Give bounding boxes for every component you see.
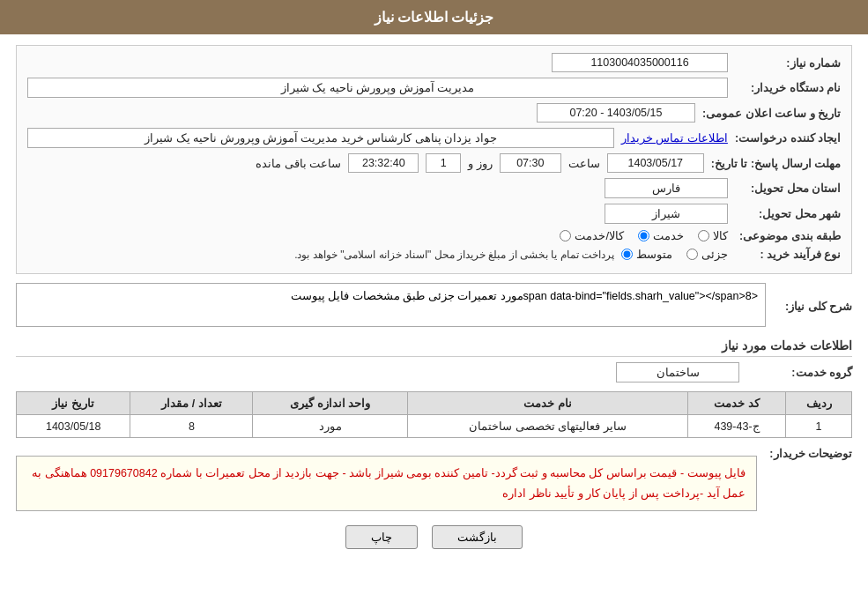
sharh-section: شرح کلی نیاز: <span data-bind="fields.sh… [16,283,852,330]
col-name: نام خدمت [407,392,687,415]
tozihat-box: فایل پیوست - قیمت براساس کل محاسبه و ثبت… [16,456,757,511]
roz-value: 1 [426,153,461,173]
tabaqe-label: طبقه بندی موضوعی: [735,229,841,242]
tabaqe-khadamat-item: خدمت [638,229,684,242]
back-button[interactable]: بازگشت [432,525,523,549]
shomare-label: شماره نیاز: [735,56,841,70]
farayand-motavaset-radio[interactable] [621,249,633,260]
shahr-row: شهر محل تحویل: شیراز [27,204,841,224]
tabaqe-kala-radio[interactable] [698,230,709,241]
sharh-box: <span data-bind="fields.sharh_value"></s… [16,283,766,330]
dastgah-value: مدیریت آموزش وپرورش ناحیه یک شیراز [27,78,728,98]
tabaqe-kala-item: کالا [698,229,728,242]
tozihat-section: توضیحات خریدار: فایل پیوست - قیمت براساس… [16,447,852,511]
ijad-link[interactable]: اطلاعات تماس خریدار [621,131,728,145]
col-radif: ردیف [786,392,852,415]
tarikh-end: 07:20 [569,107,597,119]
mohlat-row: مهلت ارسال پاسخ: تا تاریخ: 1403/05/17 سا… [27,153,841,173]
roz-label: روز و [468,157,492,170]
col-kod: کد خدمت [687,392,785,415]
sharh-label: شرح کلی نیاز: [773,300,852,313]
khadamat-title: اطلاعات خدمات مورد نیاز [16,338,852,357]
farayand-jozii-item: جزئی [686,248,728,261]
tabaqe-khadamat-label: خدمت [653,229,684,242]
tabaqe-kala-khadamat-item: کالا/خدمت [560,229,624,242]
tabaqe-kala-label: کالا [713,229,728,242]
ijad-row: ایجاد کننده درخواست: اطلاعات تماس خریدار… [27,128,841,148]
tarikh-label: تاریخ و ساعت اعلان عمومی: [702,107,841,120]
farayand-note: پرداخت تمام یا بخشی از مبلغ خریداز محل "… [294,249,614,261]
farayand-label: نوع فرآیند خرید : [735,248,841,261]
table-row: 1 ج-43-439 سایر فعالیتهای تخصصی ساختمان … [17,415,852,438]
page-header: جزئیات اطلاعات نیاز [0,0,868,34]
cell-tarikh: 1403/05/18 [17,415,130,438]
dastgah-label: نام دستگاه خریدار: [735,81,841,94]
cell-tedad: 8 [130,415,253,438]
farayand-motavaset-item: متوسط [621,248,672,261]
tozihat-text: فایل پیوست - قیمت براساس کل محاسبه و ثبت… [27,464,746,503]
services-table: ردیف کد خدمت نام خدمت واحد اندازه گیری ت… [16,391,852,438]
shomare-row: شماره نیاز: 1103004035000116 [27,53,841,72]
page-wrapper: جزئیات اطلاعات نیاز شماره نیاز: 11030040… [0,0,868,609]
ostan-label: استان محل تحویل: [735,182,841,195]
tabaqe-kala-khadamat-label: کالا/خدمت [575,229,624,242]
table-header-row: ردیف کد خدمت نام خدمت واحد اندازه گیری ت… [17,392,852,415]
farayand-radio-group: جزئی متوسط [621,248,728,261]
baqi-label: ساعت باقی مانده [256,157,341,170]
page-title: جزئیات اطلاعات نیاز [375,10,494,25]
tarikh-row: تاریخ و ساعت اعلان عمومی: 07:20 - 1403/0… [27,103,841,123]
sharh-textarea[interactable]: <span data-bind="fields.sharh_value"></s… [16,283,766,327]
main-content: شماره نیاز: 1103004035000116 نام دستگاه … [0,34,868,570]
cell-kod: ج-43-439 [687,415,785,438]
table-section: ردیف کد خدمت نام خدمت واحد اندازه گیری ت… [16,391,852,438]
shahr-label: شهر محل تحویل: [735,207,841,220]
tabaqe-kala-khadamat-radio[interactable] [560,230,571,241]
tarikh-start: 1403/05/15 [607,107,663,119]
ostan-row: استان محل تحویل: فارس [27,178,841,198]
saat-value: 07:30 [500,153,561,173]
cell-name: سایر فعالیتهای تخصصی ساختمان [407,415,687,438]
tabaqe-row: طبقه بندی موضوعی: کالا خدمت کالا/خدمت [27,229,841,242]
farayand-row: نوع فرآیند خرید : جزئی متوسط پرداخت تمام… [27,248,841,261]
buttons-row: بازگشت چاپ [16,525,852,549]
col-tedad: تعداد / مقدار [130,392,253,415]
mohlat-label: مهلت ارسال پاسخ: تا تاریخ: [711,157,841,170]
print-button[interactable]: چاپ [345,525,418,549]
ijad-label: ایجاد کننده درخواست: [735,131,841,145]
tabaqe-radio-group: کالا خدمت کالا/خدمت [560,229,728,242]
col-vahed: واحد اندازه گیری [253,392,408,415]
saat-label: ساعت [568,157,600,170]
farayand-motavaset-label: متوسط [636,248,672,261]
shahr-value: شیراز [605,204,728,224]
cell-vahed: مورد [253,415,408,438]
grouh-label: گروه خدمت: [746,366,852,379]
dastgah-row: نام دستگاه خریدار: مدیریت آموزش وپرورش ن… [27,78,841,98]
grouh-value: ساختمان [616,362,739,382]
ostan-value: فارس [605,178,728,198]
shomare-value: 1103004035000116 [552,53,728,72]
info-section: شماره نیاز: 1103004035000116 نام دستگاه … [16,45,852,274]
farayand-jozii-label: جزئی [701,248,728,261]
mohlat-date: 1403/05/17 [607,153,704,173]
tozihat-label: توضیحات خریدار: [764,447,852,460]
tabaqe-khadamat-radio[interactable] [638,230,649,241]
col-tarikh: تاریخ نیاز [17,392,130,415]
ijad-value: جواد یزدان پناهی کارشناس خرید مدیریت آمو… [27,128,614,148]
farayand-jozii-radio[interactable] [686,249,698,260]
grouh-row: گروه خدمت: ساختمان [16,362,852,382]
tarikh-range: 07:20 - 1403/05/15 [537,103,695,123]
cell-radif: 1 [786,415,852,438]
baqi-value: 23:32:40 [348,153,419,173]
